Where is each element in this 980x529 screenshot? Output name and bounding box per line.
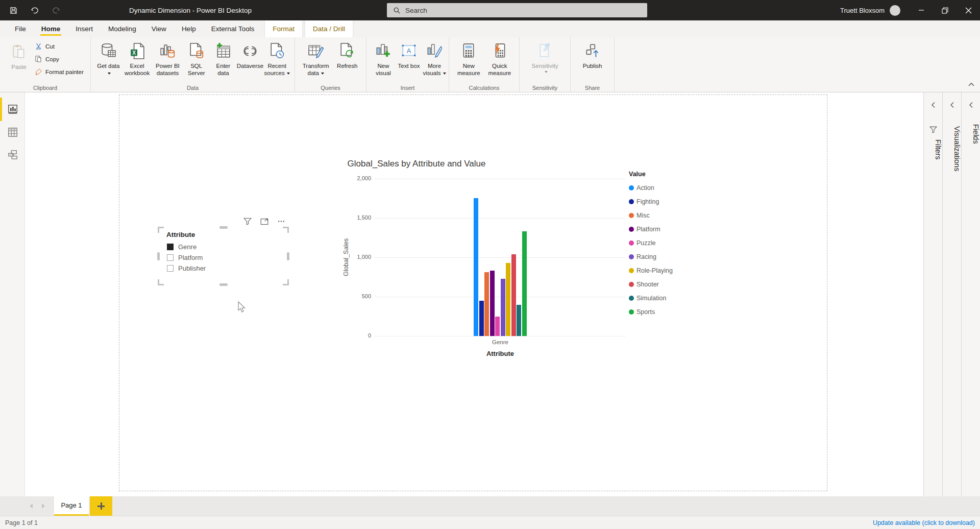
more-visuals-button[interactable]: More visuals: [422, 40, 447, 77]
legend-label: Platform: [636, 226, 660, 233]
resize-handle[interactable]: [158, 279, 164, 285]
new-visual-button[interactable]: New visual: [371, 40, 396, 77]
legend-item-misc[interactable]: Misc: [629, 208, 673, 222]
sql-server-button[interactable]: SQL Server: [183, 40, 209, 77]
update-available-link[interactable]: Update available (click to download): [873, 519, 975, 526]
bar-platform[interactable]: [490, 271, 495, 336]
legend-item-puzzle[interactable]: Puzzle: [629, 236, 673, 250]
data-view-button[interactable]: [0, 123, 25, 142]
resize-handle[interactable]: [283, 279, 289, 285]
svg-text:A: A: [407, 47, 411, 55]
more-options-button[interactable]: [277, 218, 285, 227]
ribbon-tab-modeling[interactable]: Modeling: [101, 20, 144, 37]
restore-button[interactable]: [933, 0, 957, 20]
resize-handle[interactable]: [219, 283, 228, 286]
resize-handle[interactable]: [219, 226, 228, 229]
save-button[interactable]: [6, 3, 20, 17]
format-painter-button[interactable]: Format painter: [35, 66, 84, 77]
bar-misc[interactable]: [484, 272, 489, 336]
fields-panel-collapsed[interactable]: Fields: [961, 92, 980, 496]
get-data-button[interactable]: Get data: [95, 40, 121, 77]
ribbon-tab-external-tools[interactable]: External Tools: [204, 20, 262, 37]
legend-item-role-playing[interactable]: Role-Playing: [629, 263, 673, 277]
legend-item-sports[interactable]: Sports: [629, 305, 673, 319]
bar-fighting[interactable]: [479, 301, 484, 336]
ribbon-tab-view[interactable]: View: [144, 20, 174, 37]
redo-button[interactable]: [49, 3, 63, 17]
checkbox-unchecked[interactable]: [167, 254, 174, 261]
visual-filter-button[interactable]: [243, 218, 252, 227]
cut-button[interactable]: Cut: [35, 41, 84, 52]
ribbon-tab-home[interactable]: Home: [34, 20, 68, 37]
undo-button[interactable]: [28, 3, 42, 17]
avatar[interactable]: [890, 5, 900, 16]
mouse-cursor: [238, 301, 247, 314]
new-measure-button[interactable]: New measure: [454, 40, 484, 77]
excel-icon: X: [130, 43, 144, 59]
database-icon: [101, 43, 116, 59]
bar-role-playing[interactable]: [506, 263, 510, 336]
focus-mode-button[interactable]: [260, 218, 268, 227]
search-box[interactable]: [387, 3, 647, 17]
text-box-button[interactable]: A Text box: [397, 40, 421, 69]
collapse-ribbon-button[interactable]: [968, 80, 975, 89]
bar-shooter[interactable]: [511, 254, 516, 336]
copy-button[interactable]: Copy: [35, 54, 84, 64]
quick-measure-button[interactable]: Quick measure: [485, 40, 515, 77]
resize-handle[interactable]: [283, 227, 289, 233]
slicer-item-platform[interactable]: Platform: [167, 252, 206, 263]
recent-sources-button[interactable]: Recent sources: [264, 40, 290, 77]
slicer-item-publisher[interactable]: Publisher: [167, 263, 206, 274]
bar-racing[interactable]: [501, 279, 505, 336]
legend-item-action[interactable]: Action: [629, 181, 673, 195]
excel-workbook-button[interactable]: X Excel workbook: [122, 40, 152, 77]
bar-simulation[interactable]: [517, 305, 521, 336]
checkbox-checked[interactable]: [167, 244, 174, 250]
publish-button[interactable]: Publish: [578, 40, 607, 69]
filters-panel-collapsed[interactable]: Filters: [923, 92, 942, 496]
close-button[interactable]: [957, 0, 980, 20]
search-input[interactable]: [405, 7, 620, 14]
legend-item-shooter[interactable]: Shooter: [629, 277, 673, 291]
legend-item-racing[interactable]: Racing: [629, 250, 673, 263]
ribbon-tab-data-drill[interactable]: Data / Drill: [305, 20, 353, 37]
visualizations-panel-collapsed[interactable]: Visualizations: [942, 92, 961, 496]
checkbox-unchecked[interactable]: [167, 265, 174, 272]
page-info: Page 1 of 1: [5, 519, 38, 526]
previous-page-button[interactable]: [30, 503, 33, 509]
dataverse-button[interactable]: Dataverse: [237, 40, 263, 69]
transform-data-button[interactable]: Transform data: [300, 40, 332, 77]
legend-item-platform[interactable]: Platform: [629, 222, 673, 236]
ribbon-tab-file[interactable]: File: [7, 20, 34, 37]
paste-icon: [12, 44, 26, 60]
report-view-button[interactable]: [0, 100, 25, 119]
chart-title: Global_Sales by Attribute and Value: [314, 159, 519, 169]
report-canvas[interactable]: Global_Sales by Attribute and Value 0500…: [25, 92, 923, 496]
bar-action[interactable]: [474, 198, 478, 336]
bar-puzzle[interactable]: [495, 317, 500, 336]
ribbon-tab-insert[interactable]: Insert: [68, 20, 101, 37]
page-tab-bar: Page 1: [0, 496, 980, 516]
minimize-button[interactable]: [910, 0, 933, 20]
sensitivity-button[interactable]: Sensitivity: [529, 40, 561, 73]
resize-handle[interactable]: [157, 252, 160, 260]
new-page-button[interactable]: [90, 496, 112, 516]
resize-handle[interactable]: [287, 252, 289, 260]
user-name[interactable]: Truett Bloxsom: [840, 7, 885, 14]
page-tab[interactable]: Page 1: [54, 496, 89, 516]
paste-button[interactable]: Paste: [7, 41, 31, 70]
ribbon-tab-format[interactable]: Format: [265, 20, 302, 37]
next-page-button[interactable]: [42, 503, 45, 509]
model-view-button[interactable]: [0, 145, 25, 164]
legend-item-simulation[interactable]: Simulation: [629, 291, 673, 305]
bar-sports[interactable]: [522, 231, 527, 336]
focus-mode-icon: [260, 218, 268, 225]
enter-data-button[interactable]: Enter data: [210, 40, 236, 77]
power-bi-datasets-button[interactable]: Power BI datasets: [153, 40, 183, 77]
legend-item-fighting[interactable]: Fighting: [629, 195, 673, 208]
slicer-item-genre[interactable]: Genre: [167, 242, 206, 252]
resize-handle[interactable]: [158, 227, 164, 233]
refresh-button[interactable]: Refresh: [333, 40, 361, 69]
new-measure-icon: [461, 43, 476, 59]
ribbon-tab-help[interactable]: Help: [174, 20, 204, 37]
